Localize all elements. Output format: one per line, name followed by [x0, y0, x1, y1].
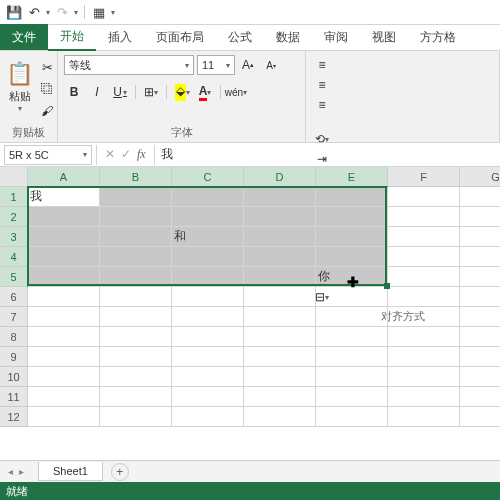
- column-header[interactable]: D: [244, 167, 316, 187]
- row-header[interactable]: 3: [0, 227, 28, 247]
- tab-view[interactable]: 视图: [360, 24, 408, 50]
- save-icon[interactable]: 💾: [6, 4, 22, 20]
- cell[interactable]: [28, 207, 100, 227]
- column-header[interactable]: E: [316, 167, 388, 187]
- cell[interactable]: [28, 247, 100, 267]
- cell[interactable]: [100, 187, 172, 207]
- cell[interactable]: [28, 287, 100, 307]
- cell[interactable]: [244, 247, 316, 267]
- cell[interactable]: [244, 327, 316, 347]
- row-header[interactable]: 7: [0, 307, 28, 327]
- tab-page-layout[interactable]: 页面布局: [144, 24, 216, 50]
- cell[interactable]: [172, 207, 244, 227]
- cell[interactable]: [388, 387, 460, 407]
- cell[interactable]: [28, 307, 100, 327]
- cell[interactable]: [100, 327, 172, 347]
- undo-icon[interactable]: ↶: [26, 4, 42, 20]
- cell[interactable]: [100, 307, 172, 327]
- row-header[interactable]: 10: [0, 367, 28, 387]
- cell[interactable]: [244, 267, 316, 287]
- cell[interactable]: [388, 187, 460, 207]
- cell[interactable]: [388, 347, 460, 367]
- fx-icon[interactable]: fx: [137, 147, 146, 162]
- cell[interactable]: [244, 347, 316, 367]
- cell[interactable]: [460, 307, 500, 327]
- cell[interactable]: [388, 207, 460, 227]
- cell[interactable]: [28, 407, 100, 427]
- cell[interactable]: [316, 407, 388, 427]
- cell[interactable]: [388, 247, 460, 267]
- redo-icon[interactable]: ↷: [54, 4, 70, 20]
- cell[interactable]: [316, 227, 388, 247]
- row-header[interactable]: 12: [0, 407, 28, 427]
- cell[interactable]: [460, 407, 500, 427]
- cell[interactable]: [28, 367, 100, 387]
- cell[interactable]: [460, 347, 500, 367]
- cell[interactable]: [100, 227, 172, 247]
- cell[interactable]: [172, 267, 244, 287]
- formula-cancel-icon[interactable]: ✕: [105, 147, 115, 162]
- format-painter-icon[interactable]: 🖌: [37, 101, 57, 121]
- tab-home[interactable]: 开始: [48, 23, 96, 51]
- cell[interactable]: [388, 287, 460, 307]
- font-color-button[interactable]: A▾: [195, 82, 215, 102]
- add-sheet-button[interactable]: +: [111, 463, 129, 481]
- cell[interactable]: [244, 387, 316, 407]
- name-box[interactable]: 5R x 5C ▾: [4, 145, 92, 165]
- cell[interactable]: [460, 207, 500, 227]
- tab-data[interactable]: 数据: [264, 24, 312, 50]
- cell[interactable]: [316, 207, 388, 227]
- align-top-icon[interactable]: ≡: [312, 55, 332, 75]
- cell[interactable]: [172, 407, 244, 427]
- cell[interactable]: [28, 327, 100, 347]
- cut-icon[interactable]: ✂: [37, 57, 57, 77]
- cell[interactable]: [388, 227, 460, 247]
- cell[interactable]: [460, 187, 500, 207]
- cell[interactable]: [244, 307, 316, 327]
- cell[interactable]: [100, 247, 172, 267]
- borders-button[interactable]: ⊞▾: [141, 82, 161, 102]
- cell[interactable]: [172, 247, 244, 267]
- bold-button[interactable]: B: [64, 82, 84, 102]
- cell[interactable]: [100, 407, 172, 427]
- cell[interactable]: [28, 347, 100, 367]
- cell[interactable]: [316, 287, 388, 307]
- cell[interactable]: [316, 387, 388, 407]
- cell[interactable]: [460, 387, 500, 407]
- cell[interactable]: [460, 327, 500, 347]
- increase-font-icon[interactable]: A▴: [238, 55, 258, 75]
- cell[interactable]: 你: [316, 267, 388, 287]
- underline-button[interactable]: U▾: [110, 82, 130, 102]
- cell[interactable]: [172, 327, 244, 347]
- paste-button[interactable]: 📋 粘贴 ▾: [6, 55, 33, 119]
- undo-dropdown[interactable]: ▾: [46, 8, 50, 17]
- row-header[interactable]: 1: [0, 187, 28, 207]
- cell[interactable]: [460, 367, 500, 387]
- qat-customize-icon[interactable]: ▦: [91, 4, 107, 20]
- row-header[interactable]: 4: [0, 247, 28, 267]
- cell[interactable]: [460, 227, 500, 247]
- qat-customize-dropdown[interactable]: ▾: [111, 8, 115, 17]
- cell[interactable]: [172, 387, 244, 407]
- cell[interactable]: [28, 387, 100, 407]
- select-all-corner[interactable]: [0, 167, 28, 187]
- cell[interactable]: [316, 307, 388, 327]
- cell[interactable]: [100, 347, 172, 367]
- row-header[interactable]: 2: [0, 207, 28, 227]
- redo-dropdown[interactable]: ▾: [74, 8, 78, 17]
- cell[interactable]: [172, 367, 244, 387]
- tab-formulas[interactable]: 公式: [216, 24, 264, 50]
- cell[interactable]: [316, 367, 388, 387]
- column-header[interactable]: C: [172, 167, 244, 187]
- cell[interactable]: [172, 287, 244, 307]
- tab-review[interactable]: 审阅: [312, 24, 360, 50]
- cell[interactable]: [244, 207, 316, 227]
- phonetic-button[interactable]: wén▾: [226, 82, 246, 102]
- align-bottom-icon[interactable]: ≡: [312, 95, 332, 115]
- tab-file[interactable]: 文件: [0, 24, 48, 50]
- column-header[interactable]: F: [388, 167, 460, 187]
- column-header[interactable]: G: [460, 167, 500, 187]
- cell[interactable]: [388, 267, 460, 287]
- fill-color-button[interactable]: ⬙▾: [172, 82, 192, 102]
- cell[interactable]: [172, 347, 244, 367]
